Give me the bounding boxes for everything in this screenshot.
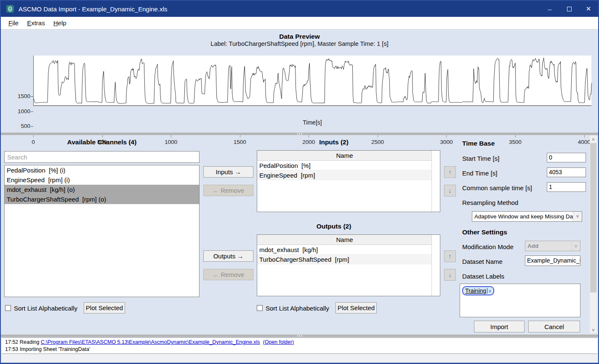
list-item[interactable]: PedalPosition [%] (i) [5,165,199,175]
modification-mode-label: Modification Mode [462,243,514,250]
x-tick [33,135,34,138]
y-tick-label: 1500 [7,93,30,99]
start-time-input[interactable]: 0 [547,153,586,162]
remove-outputs-button[interactable]: ← Remove [203,269,253,280]
app-icon [6,5,14,13]
dataset-labels-label: Dataset Labels [462,273,504,280]
x-tick [240,135,240,138]
outputs-table: Name mdot_exhaust [kg/h]TurboChargerShaf… [257,234,440,296]
outputs-move-down-button[interactable]: ↓ [444,269,456,281]
list-item[interactable]: TurboChargerShaftSpeed [rpm] (o) [5,194,199,204]
table-row[interactable]: EngineSpeed [rpm] [257,170,432,180]
horizontal-splitter-top[interactable] [1,133,598,135]
horizontal-splitter-bottom[interactable] [1,335,598,337]
start-time-label: Start Time [s] [462,155,499,162]
x-tick [584,135,585,138]
channel-list[interactable]: PedalPosition [%] (i)EngineSpeed [rpm] (… [4,165,200,297]
resampling-method-value: Adaptive Window and keep Missing Data [474,213,578,220]
inputs-transfer-button[interactable]: Inputs → [203,166,253,178]
menu-file[interactable]: File [4,18,23,28]
x-tick [171,135,171,138]
minimize-button[interactable]: – [540,1,559,17]
x-tick [378,135,378,138]
signal-line [34,58,592,104]
tag-text: Training [465,287,486,294]
inputs-move-up-button[interactable]: ↑ [444,166,456,178]
up-arrow-icon: ↑ [449,169,452,175]
up-arrow-icon: ↑ [449,253,452,260]
outputs-table-header: Name [257,235,432,245]
y-tick [31,126,33,127]
import-button[interactable]: Import [474,321,524,332]
maximize-button[interactable] [559,1,579,17]
chevron-down-icon: ˅ [573,212,582,221]
menu-help[interactable]: Help [49,18,71,28]
sort-checkbox-left[interactable] [5,305,11,311]
x-tick-label: 3500 [503,139,528,145]
ascmo-data-import-window: ASCMO Data Import - Example_Dynamic_Engi… [0,0,599,364]
tag-remove-icon[interactable]: x [489,288,491,293]
maximize-icon [567,7,572,11]
menu-extras[interactable]: Extras [23,18,49,28]
inputs-heading: Inputs (2) [227,138,440,146]
chart-subtitle: Label: TurboChargerShaftSpeed [rpm], Mas… [1,40,598,47]
modification-mode-value: Add [527,243,538,249]
scrollbar-thumb[interactable] [590,143,596,292]
available-channels-heading: Available Channels (4) [1,138,203,146]
outputs-heading: Outputs (2) [227,223,440,230]
modification-mode-dropdown[interactable]: Add ˅ [525,241,580,251]
y-tick-label: 1000 [7,108,30,114]
down-arrow-icon: ↓ [449,271,452,278]
outputs-move-up-button[interactable]: ↑ [444,250,456,262]
x-tick [309,135,309,138]
close-button[interactable]: ✕ [579,1,598,17]
common-sample-time-input[interactable]: 1 [547,182,586,192]
y-tick [31,96,33,97]
cancel-button[interactable]: Cancel [528,321,580,332]
plot-selected-button-left[interactable]: Plot Selected [84,302,125,314]
sort-checkbox-middle[interactable] [257,305,263,311]
y-tick-label: 500 [7,123,30,129]
time-base-heading: Time Base [462,140,495,147]
other-settings-heading: Other Settings [462,228,507,236]
inputs-table: Name PedalPosition [%]EngineSpeed [rpm] [257,150,440,212]
file-path-link[interactable]: C:\Program Files\ETAS\ASCMO 5.13\Example… [41,339,260,345]
list-item[interactable]: EngineSpeed [rpm] (i) [5,175,199,185]
plot-selected-button-middle[interactable]: Plot Selected [335,302,377,314]
resampling-method-dropdown[interactable]: Adaptive Window and keep Missing Data ˅ [472,211,582,222]
status-time-1: 17:52 [5,339,18,345]
table-row[interactable]: TurboChargerShaftSpeed [rpm] [257,255,432,264]
status-text-1: Reading [20,339,40,345]
remove-inputs-button[interactable]: ← Remove [203,185,253,196]
open-folder-link[interactable]: (Open folder) [263,339,294,345]
data-preview-panel: Data Preview Label: TurboChargerShaftSpe… [1,30,598,133]
scroll-down-icon[interactable]: ˅ [590,326,597,333]
scroll-up-icon[interactable]: ˄ [590,136,597,143]
inputs-table-body: PedalPosition [%]EngineSpeed [rpm] [257,161,440,180]
status-log: 17:52 Reading C:\Program Files\ETAS\ASCM… [2,337,597,354]
signal-chart [34,56,592,106]
y-tick [31,112,33,112]
chart-title: Data Preview [1,33,598,40]
x-axis-label: Time[s] [33,119,591,126]
outputs-transfer-button[interactable]: Outputs → [203,250,253,262]
list-item[interactable]: mdot_exhaust [kg/h] (o) [5,185,199,194]
x-tick [446,135,447,138]
table-row[interactable]: PedalPosition [%] [257,161,432,170]
table-row[interactable]: mdot_exhaust [kg/h] [257,245,432,255]
inputs-table-scrollbar-gutter[interactable] [431,151,440,212]
text-caret [487,288,487,294]
down-arrow-icon: ↓ [449,187,452,194]
end-time-input[interactable]: 4053 [547,167,586,177]
outputs-table-scrollbar-gutter[interactable] [431,235,440,296]
vertical-scrollbar[interactable]: ˄ ˅ [590,136,597,333]
search-input[interactable] [4,151,200,163]
x-tick [515,135,516,138]
chart-plot-area [33,56,591,106]
resampling-method-label: Resampling Method [462,199,518,206]
dataset-name-input[interactable]: Example_Dynamic_Engine [525,255,580,266]
inputs-table-header: Name [257,151,432,161]
outputs-table-body: mdot_exhaust [kg/h]TurboChargerShaftSpee… [257,245,440,264]
dataset-labels-box[interactable]: Training x [460,284,580,317]
inputs-move-down-button[interactable]: ↓ [444,185,456,197]
